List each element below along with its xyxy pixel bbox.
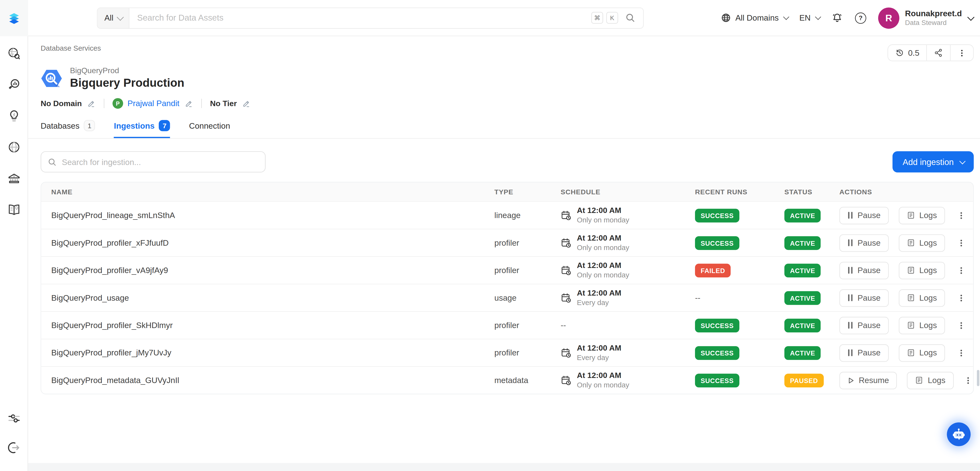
row-kebab-icon[interactable] — [957, 266, 966, 275]
recent-run-badge[interactable]: SUCCESS — [695, 236, 739, 250]
logs-button[interactable]: Logs — [899, 234, 945, 252]
logs-button[interactable]: Logs — [899, 344, 945, 362]
ingestion-name[interactable]: BigQueryProd_profiler_xFJfuufD — [51, 238, 494, 248]
pause-button[interactable]: Pause — [840, 207, 889, 224]
status-badge: ACTIVE — [784, 291, 821, 305]
recent-run-badge[interactable]: SUCCESS — [695, 346, 739, 360]
notifications-bell-icon[interactable] — [831, 12, 843, 24]
settings-icon[interactable] — [6, 411, 21, 425]
language-label: EN — [799, 13, 811, 22]
logs-icon — [907, 349, 915, 357]
govern-icon[interactable] — [6, 171, 21, 186]
global-search-input[interactable] — [130, 13, 591, 22]
col-status: STATUS — [784, 188, 840, 196]
logs-button[interactable]: Logs — [907, 372, 953, 389]
ingestion-name[interactable]: BigQueryProd_profiler_SkHDlmyr — [51, 321, 494, 330]
col-type: TYPE — [494, 188, 560, 196]
pause-button[interactable]: Pause — [840, 289, 889, 307]
scrollbar-thumb[interactable] — [977, 370, 979, 386]
edit-tier-icon[interactable] — [242, 99, 251, 108]
language-dropdown[interactable]: EN — [799, 13, 819, 22]
k-key-icon: K — [606, 12, 618, 24]
row-kebab-icon[interactable] — [957, 210, 966, 221]
ingestion-name[interactable]: BigQueryProd_lineage_smLnSthA — [51, 211, 494, 220]
recent-run-badge[interactable]: SUCCESS — [695, 374, 739, 387]
logs-button[interactable]: Logs — [899, 317, 945, 334]
table-row: BigQueryProd_usage usage At 12:00 AM Eve… — [41, 284, 973, 311]
kebab-menu-icon — [958, 48, 966, 57]
ingestion-name[interactable]: BigQueryProd_profiler_vA9jfAy9 — [51, 266, 494, 275]
calendar-clock-icon — [560, 292, 572, 303]
logout-icon[interactable] — [6, 441, 21, 455]
sidebar-item-home[interactable] — [0, 0, 28, 37]
pause-button[interactable]: Pause — [840, 344, 889, 362]
pause-button[interactable]: Pause — [840, 317, 889, 334]
edit-owner-icon[interactable] — [185, 99, 193, 108]
owner: P Prajwal Pandit — [113, 99, 179, 109]
page-action-group: 0.5 — [888, 45, 974, 61]
ingestion-search-input[interactable] — [62, 157, 259, 167]
tab-bar: Databases 1 Ingestions 7 Connection — [28, 120, 980, 139]
status-badge: PAUSED — [784, 374, 824, 387]
add-ingestion-button[interactable]: Add ingestion — [892, 151, 974, 173]
pause-icon — [848, 349, 853, 356]
row-kebab-icon[interactable] — [957, 348, 966, 358]
ingestion-name[interactable]: BigQueryProd_metadata_GUVyJnIl — [51, 376, 494, 385]
pause-button[interactable]: Pause — [840, 234, 889, 252]
ingestion-name[interactable]: BigQueryProd_usage — [51, 293, 494, 302]
search-icon[interactable] — [625, 13, 636, 23]
openmetadata-logo-icon — [6, 11, 21, 25]
row-kebab-icon[interactable] — [964, 376, 972, 385]
recent-run-badge[interactable]: SUCCESS — [695, 318, 739, 333]
breadcrumb[interactable]: Database Services — [41, 45, 101, 52]
chevron-down-icon — [815, 14, 821, 20]
logs-icon — [907, 266, 915, 275]
recent-run-badge[interactable]: SUCCESS — [695, 208, 739, 223]
chatbot-button[interactable] — [947, 422, 970, 446]
status-badge: ACTIVE — [784, 318, 821, 333]
domains-icon[interactable] — [6, 140, 21, 154]
page-title: Bigquery Production — [70, 76, 185, 91]
bigquery-icon — [41, 67, 62, 89]
owner-name[interactable]: Prajwal Pandit — [127, 99, 179, 108]
domains-label: All Domains — [735, 13, 779, 22]
edit-domain-icon[interactable] — [87, 99, 95, 108]
tier-value: No Tier — [210, 99, 237, 108]
knowledge-center-icon[interactable] — [6, 202, 21, 217]
insights-icon[interactable] — [6, 109, 21, 123]
share-button[interactable] — [926, 45, 950, 60]
logs-button[interactable]: Logs — [899, 207, 945, 224]
tab-connection[interactable]: Connection — [189, 120, 230, 138]
row-kebab-icon[interactable] — [957, 321, 966, 331]
sidebar-nav — [6, 37, 21, 217]
globe-icon — [721, 13, 731, 23]
search-scope-dropdown[interactable]: All — [97, 8, 130, 28]
recent-run-badge[interactable]: FAILED — [695, 264, 731, 277]
row-kebab-icon[interactable] — [957, 293, 966, 303]
help-icon[interactable]: ? — [855, 12, 866, 23]
resume-button[interactable]: Resume — [840, 372, 897, 389]
tab-ingestions[interactable]: Ingestions 7 — [114, 120, 170, 138]
tab-databases[interactable]: Databases 1 — [41, 120, 95, 138]
version-button[interactable]: 0.5 — [888, 45, 926, 60]
logs-button[interactable]: Logs — [899, 289, 945, 307]
col-name: NAME — [51, 188, 494, 196]
pause-button[interactable]: Pause — [840, 262, 889, 279]
observability-icon[interactable] — [6, 78, 21, 92]
top-right-cluster: All Domains EN ? R — [721, 7, 980, 29]
status-badge: ACTIVE — [784, 208, 821, 223]
more-actions-button[interactable] — [950, 45, 973, 60]
logs-button[interactable]: Logs — [899, 262, 945, 279]
breadcrumb-row: Database Services 0.5 — [41, 37, 974, 61]
table-row: BigQueryProd_profiler_jMy7UvJy profiler … — [41, 339, 973, 366]
row-kebab-icon[interactable] — [957, 238, 966, 248]
logs-icon — [907, 321, 915, 329]
schedule-empty: -- — [560, 321, 695, 330]
main-column: All ⌘ K — [28, 0, 980, 471]
explore-icon[interactable] — [6, 46, 21, 60]
user-menu[interactable]: R Rounakpreet.d Data Steward — [878, 7, 972, 29]
ingestion-name[interactable]: BigQueryProd_profiler_jMy7UvJy — [51, 348, 494, 358]
chevron-down-icon — [959, 158, 966, 164]
calendar-clock-icon — [560, 237, 572, 248]
domains-dropdown[interactable]: All Domains — [721, 13, 788, 23]
